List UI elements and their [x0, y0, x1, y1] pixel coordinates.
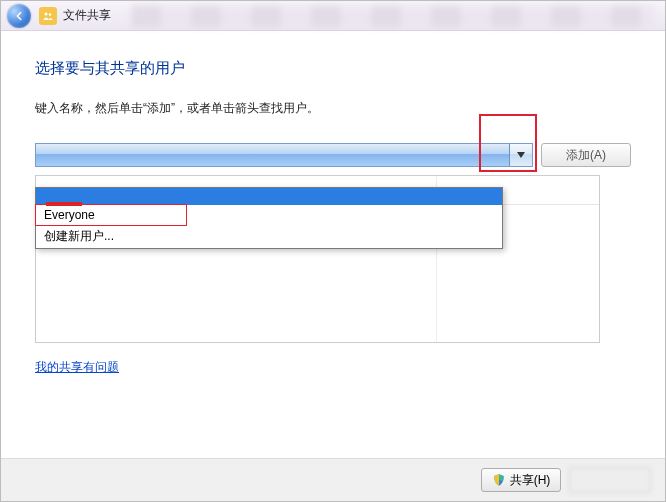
- dropdown-highlight: [36, 188, 502, 205]
- window-title: 文件共享: [63, 7, 111, 24]
- user-input[interactable]: [36, 144, 509, 166]
- svg-point-1: [49, 13, 52, 16]
- back-button[interactable]: [7, 4, 31, 28]
- combo-dropdown-button[interactable]: [509, 144, 532, 166]
- page-heading: 选择要与其共享的用户: [35, 59, 631, 78]
- share-button-label: 共享(H): [510, 472, 551, 489]
- help-link[interactable]: 我的共享有问题: [35, 359, 119, 376]
- dropdown-item-create-user[interactable]: 创建新用户...: [36, 225, 502, 248]
- footer: 共享(H): [1, 458, 665, 501]
- blurred-region: [131, 5, 655, 27]
- user-combobox[interactable]: [35, 143, 533, 167]
- add-button[interactable]: 添加(A): [541, 143, 631, 167]
- user-input-row: 添加(A): [35, 143, 631, 167]
- people-icon: [39, 7, 57, 25]
- titlebar: 文件共享: [1, 1, 665, 31]
- shield-icon: [492, 473, 506, 487]
- share-button[interactable]: 共享(H): [481, 468, 561, 492]
- dropdown-item-everyone[interactable]: Everyone: [36, 205, 502, 225]
- svg-point-0: [45, 12, 48, 15]
- instruction-text: 键入名称，然后单击“添加”，或者单击箭头查找用户。: [35, 100, 631, 117]
- file-sharing-window: 文件共享 选择要与其共享的用户 键入名称，然后单击“添加”，或者单击箭头查找用户…: [0, 0, 666, 502]
- cancel-button-blurred[interactable]: [569, 467, 651, 493]
- chevron-down-icon: [517, 152, 525, 158]
- arrow-left-icon: [12, 9, 26, 23]
- user-dropdown: Everyone 创建新用户...: [35, 187, 503, 249]
